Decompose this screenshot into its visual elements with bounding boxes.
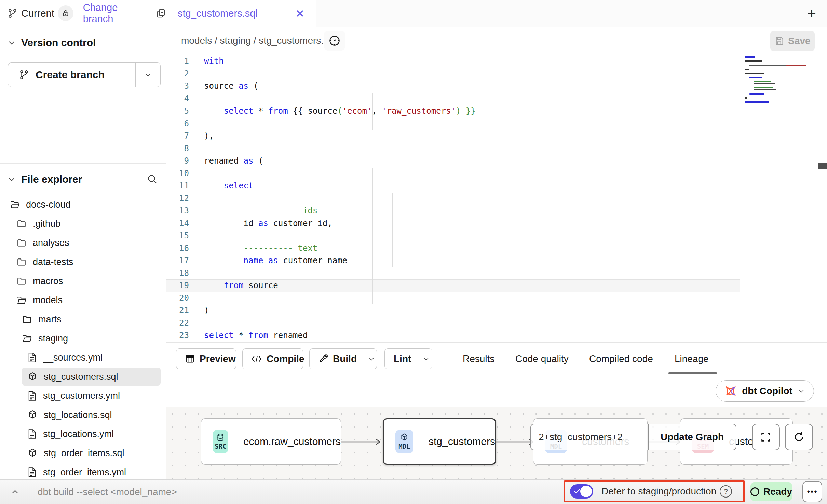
line-number: 9: [166, 156, 189, 166]
tree-item-stg-customers-yml[interactable]: stg_customers.yml: [0, 386, 166, 405]
copy-branch-icon[interactable]: [156, 8, 166, 18]
change-branch-link[interactable]: Change branch: [83, 2, 148, 25]
code-line-16: 16 ---------- text: [166, 242, 827, 255]
line-number: 16: [166, 243, 189, 253]
lineage-node-source[interactable]: SRC ecom.raw_customers: [201, 418, 341, 465]
tree-item-stg-order-items-yml[interactable]: stg_order_items.yml: [0, 463, 166, 482]
line-number: 8: [166, 144, 189, 153]
wrench-icon: [318, 354, 328, 364]
code-line-5: 5 select * from {{ source('ecom', 'raw_c…: [166, 105, 827, 117]
update-graph-button[interactable]: Update Graph: [648, 424, 736, 450]
tree-item-staging[interactable]: staging: [0, 329, 166, 348]
line-number: 12: [166, 194, 189, 203]
close-tab-icon[interactable]: ✕: [295, 7, 304, 20]
code-line-4: 4: [166, 93, 827, 105]
tab-results[interactable]: Results: [463, 343, 494, 375]
git-branch-icon: [19, 70, 29, 80]
tree-item--sources-yml[interactable]: __sources.yml: [0, 348, 166, 367]
model-icon: [27, 448, 38, 458]
code-line-17: 17 name as customer_name: [166, 254, 827, 267]
current-branch[interactable]: Current: [8, 5, 73, 21]
status-bar: dbt build --select <model_name> Defer to…: [0, 479, 827, 504]
tree-item-docs-cloud[interactable]: docs-cloud: [0, 195, 166, 214]
lint-button[interactable]: Lint: [384, 348, 432, 369]
build-dropdown[interactable]: [366, 349, 377, 369]
code-editor[interactable]: 1with23source as (45 select * from {{ so…: [166, 55, 827, 342]
tree-item-stg-locations-yml[interactable]: stg_locations.yml: [0, 424, 166, 444]
tree-item-stg-customers-sql[interactable]: stg_customers.sql: [0, 367, 166, 386]
line-number: 6: [166, 119, 189, 128]
line-number: 1: [166, 56, 189, 66]
search-icon[interactable]: [146, 173, 158, 185]
lineage-selector-bar: 2+stg_customers+2 Update Graph: [530, 424, 736, 450]
tree-item-analyses[interactable]: analyses: [0, 233, 166, 252]
tree-item-marts[interactable]: marts: [0, 310, 166, 329]
tab-lineage[interactable]: Lineage: [675, 343, 709, 375]
code-line-8: 8: [166, 142, 827, 155]
more-options-button[interactable]: •••: [802, 481, 822, 502]
save-button[interactable]: Save: [770, 31, 815, 51]
indent-guide: [372, 168, 373, 304]
tree-item-label: __sources.yml: [43, 352, 103, 363]
compile-button[interactable]: Compile: [242, 348, 303, 369]
command-input[interactable]: dbt build --select <model_name>: [38, 480, 177, 504]
code-line-1: 1with: [166, 55, 827, 68]
new-tab-button[interactable]: +: [796, 0, 827, 27]
minimap[interactable]: [745, 55, 786, 93]
tab-code-quality[interactable]: Code quality: [515, 343, 569, 375]
dbt-logo-icon: [725, 385, 736, 397]
tree-item-data-tests[interactable]: data-tests: [0, 252, 166, 271]
lint-dropdown[interactable]: [420, 349, 432, 369]
tree-item-models[interactable]: models: [0, 291, 166, 310]
dbt-cloud-ide: Current Change branch stg_customers.sql …: [0, 0, 827, 504]
dbt-copilot-button[interactable]: dbt Copilot: [716, 380, 814, 402]
tree-item-stg-locations-sql[interactable]: stg_locations.sql: [0, 405, 166, 424]
code-line-12: 12: [166, 192, 827, 205]
lint-label: Lint: [394, 353, 411, 364]
model-icon: [27, 372, 38, 382]
tree-item-macros[interactable]: macros: [0, 271, 166, 291]
defer-toggle[interactable]: [570, 484, 593, 499]
folder-icon: [16, 219, 27, 229]
editor-tab-bar: stg_customers.sql ✕ +: [166, 0, 827, 27]
tree-item-label: data-tests: [33, 257, 73, 267]
help-icon[interactable]: ?: [720, 485, 732, 498]
build-button[interactable]: Build: [309, 348, 377, 369]
line-number: 20: [166, 293, 189, 303]
code-line-6: 6: [166, 117, 827, 130]
node-label: stg_customers: [429, 436, 495, 447]
collapse-panel-button[interactable]: [5, 480, 25, 504]
lineage-selector-input[interactable]: 2+stg_customers+2: [531, 424, 648, 450]
statusbar-divider: [30, 480, 30, 504]
panel-bar: Preview Compile Build: [166, 342, 827, 407]
lineage-node-stg-customers[interactable]: MDL stg_customers: [383, 418, 496, 465]
file-explorer-title: File explorer: [21, 173, 82, 185]
copilot-compass-button[interactable]: [324, 31, 345, 51]
line-number: 3: [166, 81, 189, 91]
line-number: 17: [166, 256, 189, 265]
model-badge: MDL: [395, 430, 414, 453]
line-number: 23: [166, 331, 189, 340]
file-explorer-header[interactable]: File explorer: [0, 168, 166, 190]
tab-compiled-code[interactable]: Compiled code: [589, 343, 653, 375]
tree-item--github[interactable]: .github: [0, 214, 166, 233]
sidebar: Version control Create branch: [0, 27, 166, 479]
fullscreen-button[interactable]: [752, 424, 780, 450]
preview-button[interactable]: Preview: [176, 348, 236, 369]
create-branch-dropdown[interactable]: [135, 63, 160, 87]
tree-item-stg-order-items-sql[interactable]: stg_order_items.sql: [0, 444, 166, 463]
readonly-lock-badge: [58, 5, 73, 21]
toolbar-divider: [441, 346, 441, 374]
save-icon: [774, 36, 784, 46]
lineage-graph[interactable]: SRC ecom.raw_customers MDL stg_customers: [166, 407, 827, 479]
create-branch-button[interactable]: Create branch: [8, 62, 161, 87]
refresh-button[interactable]: [785, 424, 813, 450]
tab-stg-customers-sql[interactable]: stg_customers.sql ✕: [166, 0, 316, 27]
build-label: Build: [333, 353, 357, 364]
code-line-18: 18: [166, 267, 827, 280]
version-control-header[interactable]: Version control: [0, 32, 166, 54]
line-number: 10: [166, 169, 189, 178]
folder-icon: [16, 257, 27, 267]
scrollbar-thumb[interactable]: [818, 163, 827, 169]
status-ready-badge: Ready: [750, 482, 792, 501]
